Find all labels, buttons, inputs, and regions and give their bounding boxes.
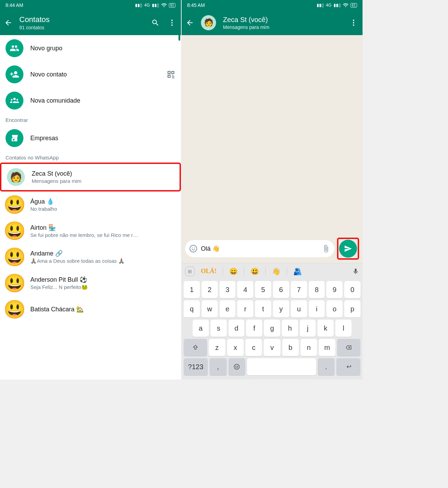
- contact-item[interactable]: 😃Anderson Pit Bull ⚽Seja Feliz... N perf…: [0, 270, 181, 296]
- contacts-screen: 8:44 AM ▮▮▯ 4G ▮▮▯ 61 Contatos 91 contat…: [0, 0, 181, 380]
- key-h[interactable]: h: [282, 320, 298, 337]
- message-input-row: [185, 238, 359, 260]
- key-w[interactable]: w: [202, 300, 218, 318]
- key-2[interactable]: 2: [202, 281, 218, 298]
- new-contact-item[interactable]: Novo contato: [0, 61, 181, 87]
- key-1[interactable]: 1: [184, 281, 200, 298]
- emoji-picker-icon[interactable]: ⊞: [185, 267, 195, 276]
- shift-key[interactable]: [184, 339, 207, 356]
- chat-title: Zeca St (você): [223, 16, 342, 24]
- chat-header[interactable]: 🧑 Zeca St (você) Mensagens para mim: [182, 10, 363, 35]
- key-s[interactable]: s: [211, 320, 227, 337]
- key-4[interactable]: 4: [237, 281, 253, 298]
- space-key[interactable]: [247, 358, 316, 375]
- key-9[interactable]: 9: [326, 281, 343, 298]
- key-t[interactable]: t: [255, 300, 271, 318]
- comma-key[interactable]: ,: [210, 358, 227, 375]
- emoji-icon[interactable]: [189, 245, 197, 253]
- contact-status: Mensagens para mim: [32, 178, 174, 184]
- separator: [244, 267, 244, 276]
- contact-item[interactable]: 😃Airton 🏪Se fui pobre não me lembro, se …: [0, 218, 181, 244]
- search-button[interactable]: [151, 18, 160, 28]
- key-8[interactable]: 8: [309, 281, 325, 298]
- key-g[interactable]: g: [264, 320, 280, 337]
- key-b[interactable]: b: [282, 339, 299, 356]
- contacts-list[interactable]: Novo grupo Novo contato Nova comunidade …: [0, 35, 181, 380]
- svg-point-8: [194, 248, 195, 249]
- key-z[interactable]: z: [209, 339, 225, 356]
- symbols-key[interactable]: ?123: [184, 358, 208, 375]
- chat-area[interactable]: [182, 35, 363, 263]
- back-button[interactable]: [4, 19, 12, 27]
- backspace-key[interactable]: [337, 339, 360, 356]
- contact-status: 🙏🏽Ama a Deus sobre todas as coisas 🙏🏽: [30, 258, 175, 264]
- key-5[interactable]: 5: [255, 281, 271, 298]
- key-j[interactable]: j: [300, 320, 316, 337]
- suggestion-emoji[interactable]: 🫂: [293, 267, 302, 276]
- key-e[interactable]: e: [220, 300, 236, 318]
- key-l[interactable]: l: [335, 320, 352, 337]
- status-icons: ▮▮▯ 4G ▮▮▯ 61: [135, 3, 175, 8]
- key-n[interactable]: n: [301, 339, 317, 356]
- key-a[interactable]: a: [193, 320, 209, 337]
- key-q[interactable]: q: [184, 300, 200, 318]
- key-o[interactable]: o: [326, 300, 343, 318]
- key-c[interactable]: c: [245, 339, 262, 356]
- more-menu-button[interactable]: [349, 18, 358, 28]
- suggestion-emoji[interactable]: 😄: [229, 267, 238, 276]
- key-0[interactable]: 0: [344, 281, 360, 298]
- message-input[interactable]: [201, 245, 318, 252]
- contact-item[interactable]: 🧑Zeca St (você)Mensagens para mim: [0, 163, 181, 191]
- more-menu-button[interactable]: [167, 18, 177, 28]
- period-key[interactable]: .: [318, 358, 335, 375]
- contact-item[interactable]: 😃Batista Chácara 🏡: [0, 296, 181, 322]
- suggestion-emoji[interactable]: 😃: [251, 267, 259, 276]
- contact-status: No trabalho: [30, 206, 175, 212]
- contact-item[interactable]: 😃Água 💧No trabalho: [0, 191, 181, 218]
- key-i[interactable]: i: [309, 300, 325, 318]
- key-6[interactable]: 6: [273, 281, 289, 298]
- key-d[interactable]: d: [228, 320, 245, 337]
- key-3[interactable]: 3: [220, 281, 236, 298]
- key-k[interactable]: k: [317, 320, 334, 337]
- battery-icon: 61: [169, 3, 175, 8]
- svg-point-9: [234, 364, 240, 370]
- key-r[interactable]: r: [237, 300, 253, 318]
- action-label: Nova comunidade: [30, 97, 175, 104]
- signal-icon: ▮▮▯: [135, 3, 142, 8]
- contacts-section-label: Contatos no WhatsApp: [0, 151, 181, 163]
- status-time: 8:45 AM: [187, 2, 317, 8]
- message-input-pill[interactable]: [185, 240, 334, 257]
- businesses-item[interactable]: Empresas: [0, 125, 181, 151]
- key-p[interactable]: p: [344, 300, 360, 318]
- key-v[interactable]: v: [264, 339, 280, 356]
- suggestion-emoji[interactable]: 👋: [272, 267, 281, 276]
- contact-name: Andame 🔗: [30, 250, 175, 257]
- new-community-item[interactable]: Nova comunidade: [0, 87, 181, 114]
- key-x[interactable]: x: [227, 339, 244, 356]
- key-y[interactable]: y: [273, 300, 289, 318]
- contact-avatar: 😃: [6, 196, 23, 214]
- contact-status: Se fui pobre não me lembro, se fui Rico …: [30, 232, 175, 238]
- key-u[interactable]: u: [291, 300, 307, 318]
- scrollbar[interactable]: [179, 30, 180, 41]
- page-title: Contatos: [19, 15, 144, 24]
- send-button[interactable]: [339, 240, 357, 258]
- contact-name: Airton 🏪: [30, 224, 175, 231]
- key-f[interactable]: f: [246, 320, 262, 337]
- contact-item[interactable]: 😃Andame 🔗🙏🏽Ama a Deus sobre todas as coi…: [0, 244, 181, 270]
- enter-key[interactable]: [336, 358, 360, 375]
- svg-point-3: [353, 20, 354, 21]
- attach-icon[interactable]: [322, 245, 330, 253]
- emoji-key[interactable]: [228, 358, 246, 375]
- svg-point-2: [171, 24, 173, 26]
- suggestion-sticker[interactable]: OLÁ!: [201, 268, 216, 275]
- qr-icon[interactable]: [166, 70, 175, 79]
- chat-avatar[interactable]: 🧑: [201, 15, 216, 30]
- key-7[interactable]: 7: [291, 281, 307, 298]
- back-button[interactable]: [186, 19, 194, 27]
- status-icons: ▮▮▯ 4G ▮▮▯ 61: [317, 3, 357, 8]
- mic-icon[interactable]: [352, 268, 359, 275]
- new-group-item[interactable]: Novo grupo: [0, 35, 181, 61]
- key-m[interactable]: m: [319, 339, 335, 356]
